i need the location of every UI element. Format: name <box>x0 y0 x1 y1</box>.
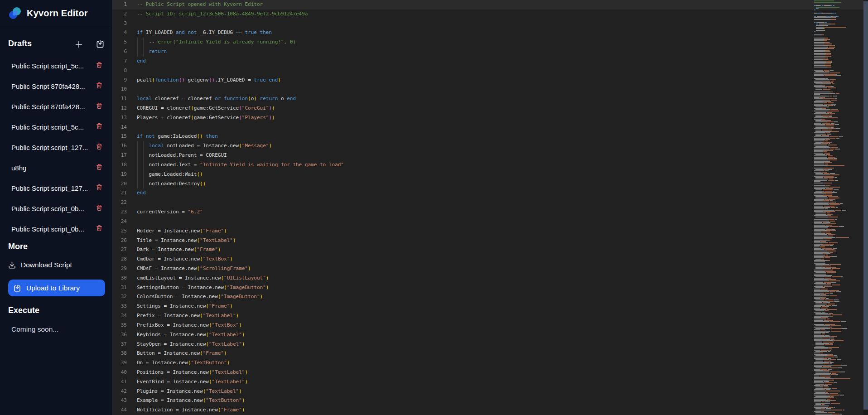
minimap-line <box>830 53 831 54</box>
code-line[interactable]: 2-- Script ID: script_1273c506-108a-4849… <box>112 10 863 19</box>
minimap-line <box>823 189 833 190</box>
vertical-scrollbar[interactable] <box>863 0 868 415</box>
code-line[interactable]: 33Settings = Instance.new("Frame") <box>112 302 863 311</box>
code-line[interactable]: 18 notLoaded.Text = "Infinite Yield is w… <box>112 160 863 170</box>
minimap-line <box>824 28 825 29</box>
code-line[interactable]: 10 <box>112 85 863 94</box>
code-line[interactable]: 5 -- error("Infinite Yield is already ru… <box>112 38 863 47</box>
minimap-line <box>814 38 824 39</box>
code-line[interactable]: 16 local notLoaded = Instance.new("Messa… <box>112 141 863 151</box>
code-line[interactable]: 41EventBind = Instance.new("TextLabel") <box>112 377 863 387</box>
code-line[interactable]: 35PrefixBox = Instance.new("TextBox") <box>112 321 863 330</box>
draft-item[interactable]: Public Script script_0b... <box>0 222 112 236</box>
draft-item[interactable]: Public Script script_5c... <box>0 59 112 72</box>
code-line[interactable]: 9pcall(function() getgenv().IY_LOADED = … <box>112 76 863 85</box>
line-number: 11 <box>112 94 127 104</box>
code-line[interactable]: 25Holder = Instance.new("Frame") <box>112 227 863 236</box>
minimap-line <box>814 56 825 57</box>
delete-draft-button[interactable] <box>96 164 102 172</box>
code-line[interactable]: 26Title = Instance.new("TextLabel") <box>112 236 863 246</box>
code-line[interactable]: 34Prefix = Instance.new("TextLabel") <box>112 311 863 321</box>
delete-draft-button[interactable] <box>96 225 102 233</box>
code-line[interactable]: 24 <box>112 217 863 227</box>
code-line[interactable]: 15if not game:IsLoaded() then <box>112 132 863 141</box>
minimap-line <box>824 40 827 41</box>
download-script-button[interactable]: Download Script <box>8 261 72 269</box>
code-line[interactable]: 32ColorsButton = Instance.new("ImageButt… <box>112 292 863 302</box>
minimap-line <box>823 150 833 151</box>
code-line[interactable]: 1-- Public Script opened with Kyvorn Edi… <box>112 0 863 10</box>
minimap-line <box>814 63 825 64</box>
minimap-line <box>823 366 831 367</box>
draft-item-label: Public Script script_127... <box>11 144 88 151</box>
minimap-line <box>814 219 828 220</box>
draft-item[interactable]: Public Script 870fa428... <box>0 100 112 113</box>
code-line[interactable]: 44Notification = Instance.new("Frame") <box>112 405 863 415</box>
code-line[interactable]: 8 <box>112 66 863 76</box>
minimap-line <box>831 339 834 340</box>
code-line[interactable]: 21end <box>112 188 863 198</box>
code-line[interactable]: 7end <box>112 57 863 66</box>
code-editor[interactable]: 1-- Public Script opened with Kyvorn Edi… <box>112 0 868 415</box>
minimap-line <box>815 396 830 397</box>
line-number: 31 <box>112 283 127 293</box>
code-line[interactable]: 31SettingsButton = Instance.new("ImageBu… <box>112 283 863 293</box>
code-line[interactable]: 36Keybinds = Instance.new("TextLabel") <box>112 330 863 340</box>
minimap-line <box>830 72 841 73</box>
code-line[interactable]: 14 <box>112 123 863 132</box>
code-line[interactable]: 4if IY_LOADED and not _G.IY_DEBUG == tru… <box>112 28 863 38</box>
scrollbar-thumb[interactable] <box>863 1 868 410</box>
minimap-line <box>814 105 827 106</box>
delete-draft-button[interactable] <box>96 143 102 151</box>
draft-item[interactable]: Public Script script_5c... <box>0 120 112 134</box>
delete-draft-button[interactable] <box>96 123 102 131</box>
code-line[interactable]: 3 <box>112 19 863 29</box>
delete-draft-button[interactable] <box>96 184 102 192</box>
line-number: 4 <box>112 28 127 38</box>
save-draft-button[interactable] <box>96 39 105 48</box>
code-line[interactable]: 12COREGUI = cloneref(game:GetService("Co… <box>112 104 863 113</box>
draft-item[interactable]: Public Script script_127... <box>0 181 112 195</box>
code-line[interactable]: 17 notLoaded.Parent = COREGUI <box>112 151 863 160</box>
delete-draft-button[interactable] <box>96 102 102 111</box>
minimap-line <box>815 106 824 107</box>
code-line[interactable]: 11local cloneref = cloneref or function(… <box>112 94 863 104</box>
code-line[interactable]: 29CMDsF = Instance.new("ScrollingFrame") <box>112 264 863 274</box>
code-line[interactable]: 40Positions = Instance.new("TextLabel") <box>112 368 863 377</box>
new-draft-button[interactable] <box>74 39 84 49</box>
code-line[interactable]: 6 return <box>112 47 863 57</box>
code-line[interactable]: 38Button = Instance.new("Frame") <box>112 349 863 358</box>
minimap[interactable] <box>813 0 863 415</box>
code-line[interactable]: 23currentVersion = "6.2" <box>112 208 863 217</box>
minimap-line <box>824 361 831 362</box>
minimap-line <box>828 290 839 291</box>
draft-item[interactable]: Public Script 870fa428... <box>0 79 112 93</box>
minimap-line <box>823 297 826 298</box>
minimap-line <box>814 101 823 102</box>
minimap-line <box>827 355 834 356</box>
code-line[interactable]: 30cmdListLayout = Instance.new("UIListLa… <box>112 274 863 283</box>
draft-item[interactable]: u8hg <box>0 161 112 174</box>
draft-item[interactable]: Public Script script_127... <box>0 140 112 154</box>
minimap-line <box>838 367 841 368</box>
code-line[interactable]: 20 notLoaded:Destroy() <box>112 179 863 189</box>
draft-item[interactable]: Public Script script_0b... <box>0 202 112 215</box>
code-line[interactable]: 42Plugins = Instance.new("TextLabel") <box>112 387 863 396</box>
delete-draft-button[interactable] <box>96 82 102 90</box>
code-line[interactable]: 27Dark = Instance.new("Frame") <box>112 245 863 255</box>
code-line[interactable]: 43Example = Instance.new("TextButton") <box>112 396 863 405</box>
code-line[interactable]: 19 game.Loaded:Wait() <box>112 170 863 179</box>
minimap-line <box>824 173 829 174</box>
minimap-line <box>827 302 830 303</box>
minimap-line <box>822 85 825 86</box>
code-line[interactable]: 37StayOpen = Instance.new("TextLabel") <box>112 340 863 349</box>
code-line[interactable]: 13Players = cloneref(game:GetService("Pl… <box>112 113 863 123</box>
delete-draft-button[interactable] <box>96 204 102 212</box>
code-line[interactable]: 22 <box>112 198 863 208</box>
minimap-line <box>831 331 841 332</box>
upload-to-library-button[interactable]: Upload to Library <box>8 280 105 296</box>
minimap-line <box>814 317 821 318</box>
delete-draft-button[interactable] <box>96 62 102 70</box>
code-line[interactable]: 39On = Instance.new("TextButton") <box>112 358 863 368</box>
code-line[interactable]: 28Cmdbar = Instance.new("TextBox") <box>112 255 863 264</box>
